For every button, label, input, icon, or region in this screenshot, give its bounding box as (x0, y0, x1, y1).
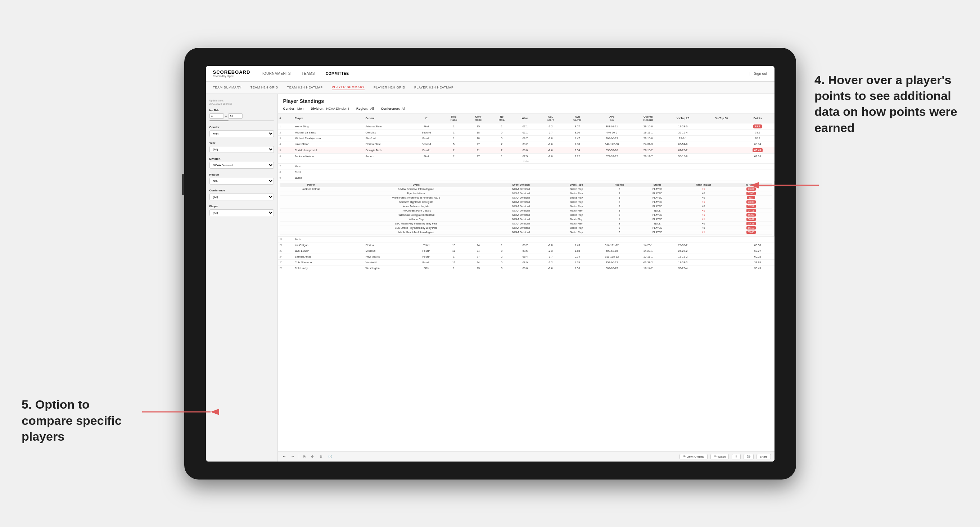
cell-vs-top50 (702, 135, 741, 141)
cell-yr: Fourth (411, 259, 442, 265)
player-select[interactable]: (All) (210, 210, 274, 216)
tooltip-cell-player (280, 195, 342, 200)
points-badge[interactable]: 68.49 (752, 148, 763, 152)
region-select[interactable]: N/A (210, 178, 274, 184)
tooltip-cell-rounds: 3 (601, 191, 638, 195)
tooltip-cell-event-type: Match Play (552, 217, 601, 221)
redo-button[interactable]: ↪ (290, 454, 296, 459)
cell-conf-rank: 18 (466, 130, 490, 135)
col-points: Points (741, 114, 775, 124)
comment-button[interactable]: 💬 (743, 454, 754, 459)
tablet-side-button (182, 174, 184, 195)
conference-select[interactable]: (All) (210, 194, 274, 200)
no-rds-max-input[interactable] (228, 113, 243, 119)
tooltip-data-row: Southern Highlands Collegiate NCAA Divis… (280, 200, 772, 204)
cell-points[interactable]: 79.2 (741, 130, 775, 135)
no-rds-input-row: – (210, 113, 274, 119)
cell-rank: 23 (278, 248, 293, 254)
cell-points[interactable]: 88.2 (741, 123, 775, 130)
cell-points[interactable]: 60.58 (741, 242, 775, 248)
subnav-player-h2h-grid[interactable]: PLAYER H2H GRID (374, 85, 405, 90)
cell-wins: 68.5 (513, 248, 537, 254)
cell-points[interactable]: 68.94 (741, 141, 775, 147)
w-points-badge: 24.11 (746, 209, 756, 212)
watch-button[interactable]: 👁 Watch (710, 454, 729, 459)
table-row[interactable]: 9 Jacob (278, 175, 775, 181)
table-row[interactable]: 23 Jack Lundin Missouri Fourth 11 24 0 6… (278, 248, 775, 254)
cell-yr: Fourth (411, 147, 442, 153)
cell-reg-rank: 11 (442, 248, 466, 254)
tooltip-cell-rank-impact: +1 (677, 208, 730, 213)
nav-tournaments[interactable]: TOURNAMENTS (261, 71, 291, 76)
table-row[interactable]: 1 Wenyi Ding Arizona State First 1 15 1 … (278, 123, 775, 130)
cell-adj-score: -2.3 (537, 248, 563, 254)
cell-vs-top25: 33-26-4 (663, 265, 702, 271)
subnav-team-summary[interactable]: TEAM SUMMARY (213, 85, 242, 90)
tooltip-cell-rank-impact: +1 (677, 230, 730, 234)
download-button[interactable]: ⬇ (732, 454, 741, 459)
standings-table-container[interactable]: # Player School Yr RegRank ConfRank NoRd… (278, 114, 775, 452)
copy-button[interactable]: ⎘ (302, 454, 307, 459)
table-row[interactable]: 24 Bastien Amat New Mexico Fourth 1 27 2… (278, 254, 775, 259)
table-row[interactable]: 26 Petr Hruby Washington Fifth 1 23 0 68… (278, 265, 775, 271)
col-conf-rank: ConfRank (466, 114, 490, 124)
tooltip-col-event: Event (342, 183, 490, 187)
table-row-highlighted[interactable]: 5 Christo Lamprecht Georgia Tech Fourth … (278, 147, 775, 153)
view-original-button[interactable]: 👁 View: Original (679, 454, 708, 459)
table-row[interactable]: 2 Michael La Sasso Ole Miss Second 1 18 … (278, 130, 775, 135)
points-badge[interactable]: 88.2 (753, 124, 762, 129)
sign-out-btn[interactable]: Sign out (754, 71, 767, 76)
division-label: Division (210, 157, 274, 160)
cell-wins: 67.1 (513, 123, 537, 130)
cell-vs-top25: 19-16-2 (663, 254, 702, 259)
cell-wins: 68.7 (513, 242, 537, 248)
table-header-row: # Player School Yr RegRank ConfRank NoRd… (278, 114, 775, 124)
cell-empty (411, 169, 774, 175)
cell-points[interactable]: 60.02 (741, 254, 775, 259)
w-points-badge: 46.7 (747, 196, 755, 199)
tooltip-cell-status: NULL (638, 208, 677, 213)
nav-committee[interactable]: COMMITTEE (326, 71, 349, 76)
table-row[interactable]: 25 Cole Sherwood Vanderbilt Fourth 12 24… (278, 259, 775, 265)
cell-vs-top50 (702, 123, 741, 130)
tooltip-cell-event-type: Stroke Play (552, 195, 601, 200)
cell-reg-rank: 1 (442, 130, 466, 135)
subnav-player-h2h-heatmap[interactable]: PLAYER H2H HEATMAP (414, 85, 454, 90)
no-rds-section: No Rds. – (210, 109, 274, 121)
clock-button[interactable]: 🕐 (327, 454, 334, 459)
gender-select[interactable]: Men Women All (210, 130, 274, 137)
filter-region-label: Region: (356, 107, 369, 110)
no-rds-slider[interactable] (210, 120, 274, 121)
table-row[interactable]: 8 Prest (278, 169, 775, 175)
cell-points[interactable]: 68.18 (741, 153, 775, 159)
no-rds-min-input[interactable] (210, 113, 224, 119)
w-points-badge: 73.33 (746, 200, 756, 203)
subnav-player-summary[interactable]: PLAYER SUMMARY (332, 84, 364, 90)
zoom-button[interactable]: ⊕ (310, 454, 315, 459)
w-points-badge: 65.50 (746, 213, 756, 217)
cell-school (363, 163, 411, 169)
cell-points[interactable]: 39.95 (741, 259, 775, 265)
subnav-team-h2h-grid[interactable]: TEAM H2H GRID (250, 85, 278, 90)
table-row[interactable]: 6 Jackson Kolnun Auburn First 2 27 1 67.… (278, 153, 775, 159)
year-select[interactable]: (All) (210, 146, 274, 153)
cell-points[interactable]: 60.27 (741, 248, 775, 254)
table-row[interactable]: 4 Luke Claton Florida State Second 5 27 … (278, 141, 775, 147)
subnav-team-h2h-heatmap[interactable]: TEAM H2H HEATMAP (287, 85, 323, 90)
table-row[interactable]: 22 Ian Gilligan Florida Third 10 24 1 68… (278, 242, 775, 248)
table-row[interactable]: 3 Michael Thorbjornsen Stanford Fourth 1… (278, 135, 775, 141)
cell-vs-top25: 29-38-2 (663, 242, 702, 248)
tooltip-data-row: Mirobel Maui Jim Intercollegiate NCAA Di… (280, 230, 772, 234)
link-button[interactable]: ⊕ (318, 454, 324, 459)
table-row[interactable]: 21 Tach... (278, 237, 775, 242)
nav-teams[interactable]: TEAMS (302, 71, 315, 76)
cell-school (363, 169, 411, 175)
division-select[interactable]: NCAA Division I (210, 162, 274, 169)
cell-points[interactable]: 38.49 (741, 265, 775, 271)
cell-points[interactable]: 68.49 (741, 147, 775, 153)
share-button[interactable]: Share (757, 454, 770, 459)
undo-button[interactable]: ↩ (282, 454, 287, 459)
table-row[interactable]: 7 Mats (278, 163, 775, 169)
cell-points[interactable]: 70.2 (741, 135, 775, 141)
tooltip-cell-event: Southern Highlands Collegiate (342, 200, 490, 204)
